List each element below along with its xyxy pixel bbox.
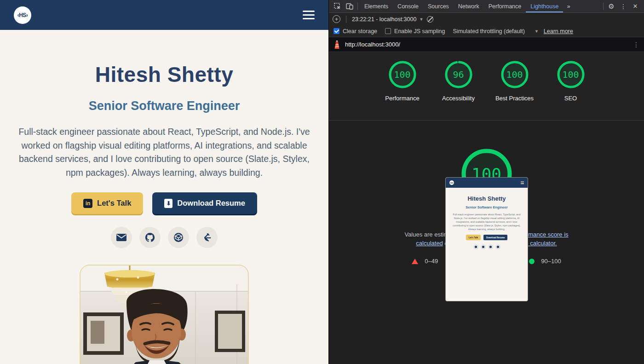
report-selector-value: 23:22:21 - localhost:3000	[352, 16, 416, 23]
thumbnail-lets-talk-button: Let's Talk	[466, 235, 481, 240]
device-toolbar-icon[interactable]	[344, 1, 356, 12]
score-value: 100	[500, 60, 529, 89]
category-performance[interactable]: 100 Performance	[382, 60, 423, 120]
clear-storage-checkbox[interactable]	[334, 28, 339, 34]
thumbnail-subtitle: Senior Software Engineer	[446, 205, 528, 209]
tab-console[interactable]: Console	[393, 0, 423, 12]
lets-talk-label: Let's Talk	[97, 199, 131, 208]
lets-talk-button[interactable]: in Let's Talk	[71, 192, 143, 214]
profile-photo	[80, 265, 249, 364]
thumbnail-logo: ‹HS›	[449, 180, 454, 185]
thumbnail-description: Full-stack engineer passionate about Rea…	[452, 213, 521, 231]
legend-pass: 90–100	[529, 258, 561, 265]
tab-lighthouse[interactable]: Lighthouse	[526, 0, 563, 12]
pass-circle-icon	[529, 259, 535, 264]
score-value: 100	[557, 60, 585, 89]
hero-section: Hitesh Shetty Senior Software Engineer F…	[0, 30, 328, 248]
new-report-icon[interactable]: +	[333, 15, 340, 23]
score-label: Accessibility	[442, 94, 475, 102]
thumbnail-social-icon	[495, 244, 500, 249]
linkedin-icon: in	[83, 199, 92, 208]
kebab-menu-icon[interactable]: ⋮	[633, 41, 639, 48]
package-icon[interactable]	[168, 227, 189, 248]
download-resume-button[interactable]: ⬇ Download Resume	[152, 192, 257, 214]
learn-more-link[interactable]: Learn more	[544, 28, 573, 35]
score-label: Performance	[385, 94, 419, 102]
hero-description: Full-stack engineer passionate about Rea…	[14, 125, 315, 179]
screen: ‹HS› Hitesh Shetty Senior Software Engin…	[0, 0, 644, 364]
page-subtitle: Senior Software Engineer	[0, 99, 328, 113]
score-value: 96	[444, 60, 473, 89]
throttling-select[interactable]: Simulated throttling (default)	[453, 28, 525, 35]
devtools-panel: Elements Console Sources Network Perform…	[328, 0, 644, 364]
thumbnail-title: Hitesh Shetty	[446, 195, 528, 202]
score-label: Best Practices	[495, 94, 534, 102]
tab-network[interactable]: Network	[454, 0, 484, 12]
email-icon[interactable]	[111, 227, 132, 248]
lighthouse-run-bar: + 23:22:21 - localhost:3000 ▼	[329, 13, 644, 25]
score-label: SEO	[564, 94, 577, 102]
devtools-toolbar: Elements Console Sources Network Perform…	[329, 0, 644, 13]
thumbnail-social-row	[446, 244, 528, 249]
report-url: http://localhost:3000/	[345, 41, 400, 48]
page-title: Hitesh Shetty	[0, 62, 328, 87]
js-sampling-label[interactable]: Enable JS sampling	[394, 28, 445, 35]
divider	[357, 3, 358, 10]
site-logo[interactable]: ‹HS›	[14, 6, 31, 24]
download-icon: ⬇	[164, 199, 172, 208]
report-selector[interactable]: 23:22:21 - localhost:3000 ▼	[352, 16, 423, 23]
more-tabs-icon[interactable]: »	[563, 3, 574, 10]
tab-sources[interactable]: Sources	[423, 0, 454, 12]
portfolio-page: ‹HS› Hitesh Shetty Senior Software Engin…	[0, 0, 328, 364]
gear-icon[interactable]: ⚙	[605, 1, 617, 12]
cta-row: in Let's Talk ⬇ Download Resume	[0, 192, 328, 214]
legend-range: 0–49	[425, 258, 438, 265]
hamburger-menu-icon[interactable]	[303, 11, 315, 19]
tab-performance[interactable]: Performance	[484, 0, 526, 12]
category-seo[interactable]: 100 SEO	[550, 60, 592, 120]
github-icon[interactable]	[139, 227, 161, 248]
tab-elements[interactable]: Elements	[360, 0, 393, 12]
report-url-bar: http://localhost:3000/ ⋮	[329, 37, 644, 52]
score-summary: 100 Performance 96 Accessibility 100 Bes…	[329, 52, 644, 121]
thumbnail-header: ‹HS›	[446, 178, 528, 188]
close-icon[interactable]: ✕	[629, 1, 641, 12]
site-header: ‹HS›	[0, 0, 328, 30]
chevron-down-icon: ▼	[419, 17, 423, 22]
fail-triangle-icon	[412, 259, 418, 264]
clear-reports-icon[interactable]	[427, 16, 433, 23]
download-resume-label: Download Resume	[177, 199, 245, 208]
social-links	[0, 227, 328, 248]
thumbnail-social-icon	[473, 244, 478, 249]
kebab-menu-icon[interactable]: ⋮	[617, 1, 629, 12]
performance-report: 100 Performance Values are estimated and…	[329, 121, 644, 364]
thumbnail-hamburger-icon	[521, 181, 524, 184]
page-screenshot-thumbnail[interactable]: ‹HS› Hitesh Shetty Senior Software Engin…	[445, 177, 528, 301]
js-sampling-checkbox[interactable]	[385, 28, 391, 34]
divider	[346, 16, 346, 23]
chevron-down-icon[interactable]: ▼	[535, 29, 539, 34]
thumbnail-download-button: Download Resume	[483, 235, 507, 240]
score-value: 100	[388, 60, 417, 89]
divider	[603, 3, 604, 10]
inspect-element-icon[interactable]	[332, 1, 344, 12]
devtools-tabs: Elements Console Sources Network Perform…	[360, 0, 574, 12]
category-best-practices[interactable]: 100 Best Practices	[494, 60, 535, 120]
leetcode-icon[interactable]	[196, 227, 218, 248]
lighthouse-icon	[334, 40, 340, 49]
thumbnail-cta-row: Let's Talk Download Resume	[446, 235, 528, 240]
legend-range: 90–100	[541, 258, 561, 265]
lighthouse-options-bar: Clear storage Enable JS sampling Simulat…	[329, 25, 644, 37]
legend-fail: 0–49	[412, 258, 438, 265]
clear-storage-label[interactable]: Clear storage	[343, 28, 377, 35]
category-accessibility[interactable]: 96 Accessibility	[438, 60, 479, 120]
thumbnail-social-icon	[481, 244, 486, 249]
thumbnail-social-icon	[488, 244, 493, 249]
